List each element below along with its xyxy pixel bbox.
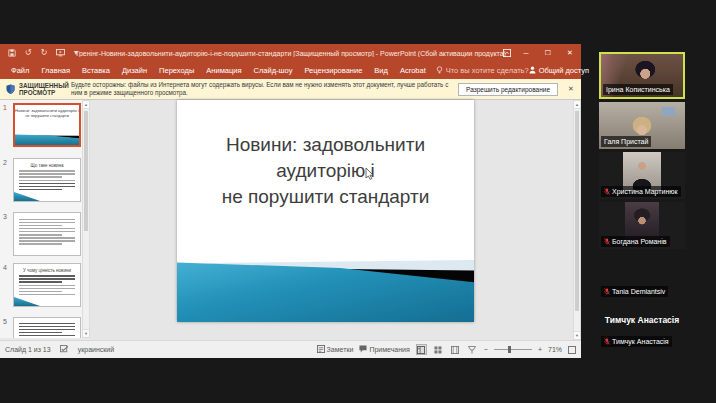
shield-icon [6,84,15,95]
undo-icon[interactable]: ↺ [23,48,33,58]
slide-title: Новини: задовольнити аудиторію і не пору… [177,132,474,210]
participant-tile[interactable]: Тимчук Анастасія Тимчук Анастасія [599,302,685,349]
share-button-label: Общий доступ [539,66,589,75]
thumbnail-number: 4 [3,264,7,271]
slide-sorter-view-button[interactable] [433,344,444,355]
tab-animations[interactable]: Анимация [200,62,247,79]
protected-view-message: Будьте осторожны: файлы из Интернета мог… [63,81,458,97]
scroll-down-icon[interactable]: ▼ [574,331,580,339]
slide-thumbnail-1[interactable]: Новини: задовольнити аудиторію і не пору… [13,103,81,147]
comment-icon [359,345,367,354]
thumbnail-number: 1 [3,104,7,111]
participant-tile[interactable]: Tania Demiantsiv [599,252,685,299]
editor-scrollbar[interactable]: ▲ ▼ [573,100,581,340]
ribbon-display-options-icon[interactable] [499,44,515,62]
powerpoint-window: ↺ ↻ ▾ Тренінг-Новини-задовольнити-аудито… [0,44,581,358]
window-controls: ─ ☐ ✕ [499,44,581,62]
participant-tile[interactable]: Богдана Романів [599,202,685,249]
zoom-slider[interactable] [494,345,532,354]
participant-name: Христина Мартинюк [612,188,678,195]
ribbon-tabs: Файл Главная Вставка Дизайн Переходы Ани… [0,62,581,79]
normal-view-button[interactable] [416,344,427,355]
participant-name: Tania Demiantsiv [612,288,665,295]
scrollbar-thumb[interactable] [575,111,579,311]
protected-view-banner: ЗАЩИЩЕННЫЙ ПРОСМОТР Будьте осторожны: фа… [0,79,581,100]
zoom-in-button[interactable]: + [538,346,542,353]
thumbnail-4-title: У чому цінність новини [14,264,80,274]
save-icon[interactable] [7,48,17,58]
comments-button[interactable]: Примечания [359,345,409,354]
slide-title-line: Новини: задовольнити [177,132,474,158]
tab-acrobat[interactable]: Acrobat [394,62,432,79]
notes-label: Заметки [327,346,354,353]
spellcheck-icon[interactable] [60,345,69,354]
thumbnail-2-title: Що таке новина [14,159,80,169]
participant-name: Галя Пристай [604,138,648,145]
scroll-up-icon[interactable]: ▲ [83,101,89,109]
comments-label: Примечания [369,346,409,353]
slide-editor-area: Новини: задовольнити аудиторію і не пору… [90,100,573,340]
participant-name-tag: Tania Demiantsiv [601,286,668,297]
thumbnail-number: 5 [3,318,7,325]
tell-me-search[interactable]: Что вы хотите сделать? [436,66,529,76]
banner-close-icon[interactable]: ✕ [565,85,577,93]
tab-view[interactable]: Вид [368,62,394,79]
slide-thumbnail-2[interactable]: Що таке новина [13,158,81,202]
participant-tile[interactable]: Галя Пристай [599,102,685,149]
participant-tile[interactable]: Христина Мартинюк [599,152,685,199]
thumbnail-number: 3 [3,213,7,220]
participant-name: Богдана Романів [612,238,667,245]
tell-me-search-label: Что вы хотите сделать? [446,66,529,75]
participant-name-tag: Богдана Романів [601,236,670,247]
muted-mic-icon [604,238,610,245]
scroll-up-icon[interactable]: ▲ [574,101,580,109]
protected-view-label: ЗАЩИЩЕННЫЙ ПРОСМОТР [19,82,63,96]
lightbulb-icon [436,66,443,76]
share-button[interactable]: Общий доступ [529,66,597,76]
zoom-slider-thumb[interactable] [508,346,511,353]
thumbnail-scrollbar[interactable]: ▲ ▼ [82,100,90,338]
muted-mic-icon [604,338,610,345]
tab-review[interactable]: Рецензирование [298,62,368,79]
tab-home[interactable]: Главная [35,62,76,79]
zoom-out-button[interactable]: − [484,346,488,353]
close-button[interactable]: ✕ [559,44,581,62]
slideshow-view-button[interactable] [467,344,478,355]
quick-access-toolbar: ↺ ↻ ▾ [0,48,81,58]
redo-icon[interactable]: ↻ [39,48,49,58]
participant-tile[interactable]: Ірина Копистинська [599,52,685,99]
slide-thumbnail-panel: 1 Новини: задовольнити аудиторію і не по… [0,100,82,338]
minimize-button[interactable]: ─ [515,44,537,62]
participant-display-name: Тимчук Анастасія [599,315,685,325]
zoom-level[interactable]: 71% [548,346,562,353]
slide-counter: Слайд 1 из 13 [5,346,51,353]
participant-name: Тимчук Анастасія [612,338,669,345]
slide-thumbnail-5[interactable] [13,317,81,338]
slide-thumbnail-4[interactable]: У чому цінність новини [13,263,81,307]
tab-transitions[interactable]: Переходы [153,62,200,79]
current-slide[interactable]: Новини: задовольнити аудиторію і не пору… [177,100,474,322]
scroll-down-icon[interactable]: ▼ [83,329,89,337]
tab-file[interactable]: Файл [5,62,35,79]
scrollbar-thumb[interactable] [84,111,88,231]
start-slideshow-icon[interactable] [55,48,65,58]
language-indicator[interactable]: украинский [78,346,115,353]
tab-insert[interactable]: Вставка [76,62,116,79]
participant-name-tag: Галя Пристай [601,136,651,147]
customize-qat-icon[interactable]: ▾ [71,48,81,58]
thumbnail-1-title: Новини: задовольнити аудиторію і не пору… [15,105,79,118]
tab-design[interactable]: Дизайн [116,62,153,79]
slide-thumbnail-3[interactable] [13,212,81,256]
notes-button[interactable]: Заметки [317,345,354,354]
fit-slide-to-window-button[interactable] [568,346,576,354]
enable-editing-button[interactable]: Разрешить редактирование [458,83,558,96]
thumbnail-2-wave-graphic [14,192,40,201]
mouse-cursor-icon [365,166,374,184]
maximize-button[interactable]: ☐ [537,44,559,62]
status-bar: Слайд 1 из 13 украинский Заметки [0,340,581,358]
tab-slideshow[interactable]: Слайд-шоу [248,62,299,79]
thumbnail-number: 2 [3,159,7,166]
screen: ↺ ↻ ▾ Тренінг-Новини-задовольнити-аудито… [0,0,716,403]
reading-view-button[interactable] [450,344,461,355]
thumbnail-4-wave-graphic [14,297,40,306]
